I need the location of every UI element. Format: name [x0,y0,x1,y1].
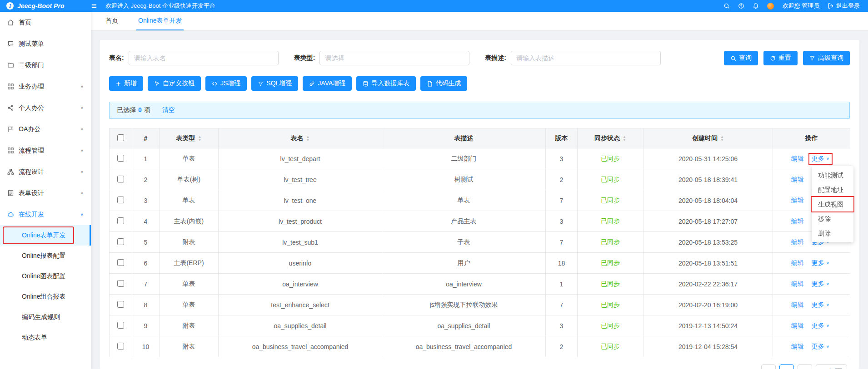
sidebar-subitem[interactable]: 动态表单 [0,327,91,348]
avatar[interactable] [767,3,774,10]
edit-link[interactable]: 编辑 [791,176,804,184]
edit-link[interactable]: 编辑 [791,217,804,226]
more-link[interactable]: 更多∨ [809,279,832,289]
sidebar-subitem[interactable]: Online图表配置 [0,266,91,286]
sidebar-item[interactable]: 二级部门 [0,54,91,76]
column-header[interactable]: 表名▲▼ [219,128,382,148]
sidebar-item[interactable]: 个人办公∨ [0,97,91,118]
dropdown-item[interactable]: 删除 [812,226,853,241]
sidebar-item[interactable]: 业务办理∨ [0,76,91,97]
more-link[interactable]: 更多∨ [809,258,832,268]
logout-button[interactable]: 退出登录 [828,2,860,10]
more-link[interactable]: 更多∨ [809,342,832,352]
custom-button[interactable]: 自定义按钮 [148,76,201,91]
edit-link[interactable]: 编辑 [791,322,804,330]
row-checkbox[interactable] [117,343,124,349]
edit-link[interactable]: 编辑 [791,155,804,163]
select-all-checkbox[interactable] [117,134,124,141]
sidebar-item[interactable]: 测试菜单 [0,33,91,54]
table-row: 3单表lv_test_one单表7已同步2020-05-18 18:04:04编… [110,190,850,211]
table-type-select[interactable] [319,51,469,65]
search-icon[interactable] [723,3,730,9]
row-checkbox[interactable] [117,259,124,266]
row-checkbox[interactable] [117,217,124,224]
row-checkbox[interactable] [117,176,124,182]
dropdown-item[interactable]: 配置地址 [812,182,853,197]
java-enhance-button[interactable]: JAVA增强 [303,76,352,91]
prev-page-button[interactable]: < [761,364,776,369]
sidebar-item[interactable]: 流程设计∨ [0,161,91,182]
sidebar-subitem[interactable]: 编码生成规则 [0,307,91,327]
sidebar-item[interactable]: 在线开发∧ [0,204,91,225]
sidebar-subitem[interactable]: Online报表配置 [0,246,91,266]
dropdown-item[interactable]: 生成视图 [812,197,853,212]
edit-link[interactable]: 编辑 [791,238,804,246]
sort-icon[interactable]: ▲▼ [720,135,724,142]
table-name-input[interactable] [129,51,279,65]
cell-actions: 编辑更多∨ [773,295,850,315]
current-page-button[interactable]: 1 [779,364,794,369]
logout-label: 退出登录 [836,2,860,10]
next-page-button[interactable]: > [798,364,812,369]
cell-type: 单表 [160,190,219,211]
js-enhance-button[interactable]: JS增强 [205,76,247,91]
tab-item[interactable]: 首页 [104,12,120,30]
sidebar-subitem[interactable]: Online表单开发 [0,225,91,246]
sidebar-item-label: 表单设计 [19,189,76,197]
row-checkbox[interactable] [117,238,124,245]
sidebar-item[interactable]: 流程管理∨ [0,140,91,161]
edit-link[interactable]: 编辑 [791,197,804,205]
cell-desc: 二级部门 [382,148,546,169]
help-icon[interactable] [738,3,744,9]
sql-enhance-button[interactable]: SQL增强 [251,76,298,91]
more-link[interactable]: 更多∨ [809,321,832,331]
column-header[interactable]: 创建时间▲▼ [644,128,773,148]
hamburger-icon[interactable] [91,3,97,9]
user-greeting[interactable]: 欢迎您 管理员 [782,2,819,10]
dropdown-item[interactable]: 移除 [812,212,853,226]
column-header[interactable]: 表类型▲▼ [160,128,219,148]
row-checkbox[interactable] [117,155,124,162]
edit-link[interactable]: 编辑 [791,259,804,267]
edit-link[interactable]: 编辑 [791,280,804,288]
column-header[interactable]: 同步状态▲▼ [578,128,644,148]
sort-icon[interactable]: ▲▼ [306,135,310,142]
import-db-table-button[interactable]: 导入数据库表 [356,76,416,91]
cluster-icon [7,168,14,175]
edit-link[interactable]: 编辑 [791,343,804,351]
sidebar-item[interactable]: OA办公∨ [0,118,91,140]
sort-icon[interactable]: ▲▼ [198,135,202,142]
logout-icon [828,3,834,9]
app-logo[interactable]: J Jeecg-Boot Pro [0,2,91,10]
row-checkbox[interactable] [117,322,124,329]
filter-icon [258,81,264,87]
sidebar-item[interactable]: 表单设计∨ [0,182,91,204]
cell-created-time: 2020-05-18 17:27:07 [644,211,773,232]
column-label: 版本 [555,134,568,142]
edit-link[interactable]: 编辑 [791,301,804,309]
table-desc-input[interactable] [511,51,661,65]
search-button[interactable]: 查询 [724,51,758,65]
row-index: 4 [132,211,160,232]
sort-icon[interactable]: ▲▼ [623,135,626,142]
cell-name: lv_test_one [219,190,382,211]
advanced-search-button[interactable]: 高级查询 [803,51,850,65]
more-link[interactable]: 更多∨ [809,154,832,164]
sidebar-item[interactable]: 首页 [0,12,91,33]
add-button[interactable]: 新增 [109,76,143,91]
code-generate-button[interactable]: 代码生成 [420,76,467,91]
sidebar-subitem[interactable]: Online组合报表 [0,286,91,307]
row-checkbox[interactable] [117,280,124,287]
bell-icon[interactable] [753,3,759,9]
row-checkbox[interactable] [117,197,124,203]
clear-selection-link[interactable]: 清空 [162,106,175,114]
page-size-select[interactable]: 10条/页 [816,364,847,369]
more-label: 更多 [812,301,824,309]
more-link[interactable]: 更多∨ [809,300,832,310]
row-checkbox[interactable] [117,301,124,308]
tab-item[interactable]: Online表单开发 [136,12,184,30]
reset-button[interactable]: 重置 [763,51,798,65]
dropdown-item[interactable]: 功能测试 [812,168,853,182]
cell-created-time: 2019-12-04 15:28:54 [644,336,773,357]
column-label: 表名 [291,134,304,142]
